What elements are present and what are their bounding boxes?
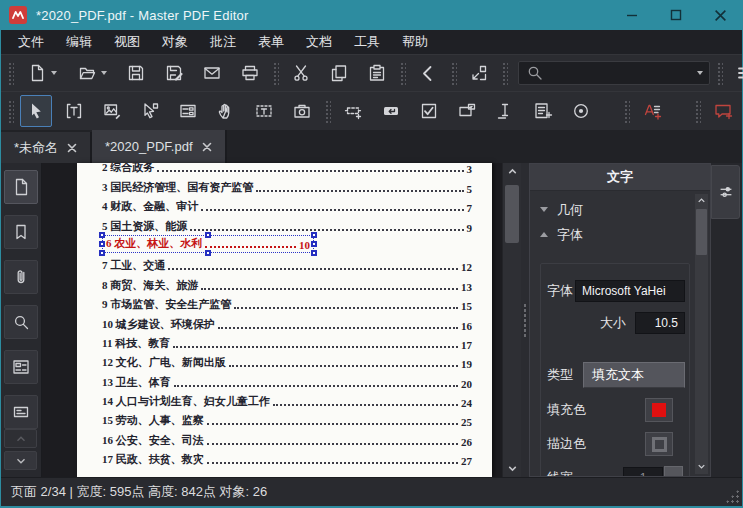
selected-text-object[interactable]: 6 农业、林业、水利10 [102,235,314,253]
menu-object[interactable]: 对象 [151,30,199,54]
checkbox-button[interactable] [413,95,445,127]
sticky-note-button[interactable] [707,95,739,127]
panel-splitter[interactable] [521,163,529,477]
list-box-button[interactable] [489,95,521,127]
text-field-button[interactable] [337,95,369,127]
toc-leader-dots [190,229,463,231]
stroke-color-swatch[interactable] [645,432,673,456]
document-scrollbar[interactable] [502,163,521,477]
tab-close-icon[interactable] [67,143,77,153]
sidebar-bookmarks-button[interactable] [4,215,38,249]
menu-document[interactable]: 文档 [295,30,343,54]
selection-handle[interactable] [99,241,105,247]
toc-row: 17 民政、扶贫、救灾27 [102,448,472,467]
sidebar-scroll-up-button[interactable] [4,429,37,448]
open-folder-icon [77,63,97,83]
selection-handle[interactable] [311,241,317,247]
toolbar-main [1,54,742,91]
search-dropdown-caret[interactable] [697,71,703,75]
radio-button-button[interactable] [565,95,597,127]
select-text-button[interactable] [248,95,280,127]
sidebar-form-fields-button[interactable] [4,350,38,384]
section-geometry[interactable]: 几何 [540,197,690,222]
open-folder-button[interactable] [70,57,114,89]
section-font[interactable]: 字体 [540,222,690,247]
type-select[interactable]: 填充文本 [583,362,685,388]
copy-button[interactable] [323,57,355,89]
menu-view[interactable]: 视图 [103,30,151,54]
cut-button[interactable] [285,57,317,89]
panel-scroll-down-icon[interactable] [695,460,708,473]
tab-2020-pdf[interactable]: *2020_PDF.pdf [92,130,226,163]
minimize-button[interactable] [610,0,654,30]
dropdown-caret[interactable] [51,71,57,75]
edit-forms-button[interactable] [172,95,204,127]
tab-untitled[interactable]: *未命名 [1,132,92,163]
menu-file[interactable]: 文件 [7,30,55,54]
save-button[interactable] [120,57,152,89]
panel-scroll-up-icon[interactable] [696,194,707,207]
search-box[interactable] [518,61,710,85]
menu-tools[interactable]: 工具 [343,30,391,54]
resize-grip[interactable] [725,489,739,503]
menu-comment[interactable]: 批注 [199,30,247,54]
menu-form[interactable]: 表单 [247,30,295,54]
toc-entry-text: 5 国土资源、能源 [102,219,187,234]
sidebar-annotations-button[interactable] [4,395,38,429]
snapshot-button[interactable] [286,95,318,127]
fill-color-swatch[interactable] [645,398,673,422]
save-as-button[interactable] [158,57,190,89]
selection-handle[interactable] [311,250,317,256]
panel-scrollbar[interactable] [695,194,708,474]
sidebar-search-button[interactable] [4,305,38,339]
add-text-annotation-button[interactable] [636,95,668,127]
line-width-spinner[interactable]: 1 [623,466,683,476]
menu-edit[interactable]: 编辑 [55,30,103,54]
menu-help[interactable]: 帮助 [391,30,439,54]
scrollbar-thumb[interactable] [505,185,519,243]
pdf-page[interactable]: 2 综合政务33 国民经济管理、国有资产监管54 财政、金融、审计75 国土资源… [77,163,492,477]
close-button[interactable] [698,0,742,30]
email-button[interactable] [196,57,228,89]
toc-page-number: 3 [467,163,473,175]
font-size-input[interactable]: 10.5 [635,312,685,334]
panel-toggle-tab[interactable] [711,165,740,219]
sidebar-scroll-down-button[interactable] [4,451,37,470]
paste-button[interactable] [361,57,393,89]
back-button[interactable] [412,57,444,89]
spinner-caret-icon[interactable] [664,466,683,476]
section-geometry-label: 几何 [557,201,583,219]
selection-handle[interactable] [205,232,211,238]
tab-close-icon[interactable] [202,142,212,152]
font-family-input[interactable]: Microsoft YaHei [575,280,685,302]
toc-leader-dots [168,268,458,270]
email-icon [202,63,222,83]
panel-scrollbar-thumb[interactable] [696,209,707,255]
print-button[interactable] [234,57,266,89]
selection-handle[interactable] [99,250,105,256]
scroll-down-icon[interactable] [503,460,521,477]
list-add-button[interactable] [527,95,559,127]
select-object-button[interactable] [20,95,52,127]
edit-image-button[interactable] [96,95,128,127]
new-document-button[interactable] [20,57,64,89]
main-menu-button[interactable] [729,57,743,89]
scroll-up-icon[interactable] [503,163,521,180]
search-input[interactable] [549,65,689,81]
hand-tool-button[interactable] [210,95,242,127]
sidebar-attachments-button[interactable] [4,260,38,294]
dropdown-caret[interactable] [101,71,107,75]
selection-handle[interactable] [205,250,211,256]
edit-path-button[interactable] [134,95,166,127]
selection-handle[interactable] [99,232,105,238]
sidebar-page-thumbnails-button[interactable] [4,170,38,204]
fit-page-button[interactable] [463,57,495,89]
line-width-value[interactable]: 1 [623,467,663,476]
combo-box-button[interactable] [451,95,483,127]
chevron-down-icon [14,454,28,468]
selection-handle[interactable] [311,232,317,238]
edit-text-button[interactable] [58,95,90,127]
push-button-button[interactable] [375,95,407,127]
maximize-button[interactable] [654,0,698,30]
toc-row: 14 人口与计划生育、妇女儿童工作24 [102,390,472,409]
